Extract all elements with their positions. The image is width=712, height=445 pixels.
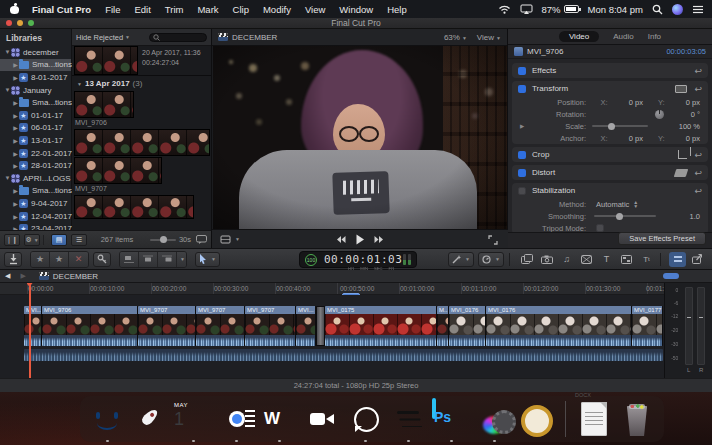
timeline-clip[interactable]: MVI_0176: [486, 306, 632, 346]
search-input[interactable]: [149, 33, 207, 42]
tab-video[interactable]: Video: [559, 31, 599, 42]
disclosure-triangle-icon[interactable]: ▶: [12, 150, 19, 157]
play-button[interactable]: [356, 234, 365, 245]
timeline-index-button[interactable]: [669, 252, 686, 267]
next-frame-button[interactable]: [374, 235, 385, 244]
timeline-forward-button[interactable]: ▶: [15, 272, 30, 280]
disclosure-triangle-icon[interactable]: ▶: [12, 200, 19, 207]
disclosure-triangle-icon[interactable]: ▼: [4, 87, 11, 93]
viewer-video-canvas[interactable]: [213, 46, 507, 229]
disclosure-triangle-icon[interactable]: ▶: [12, 162, 19, 169]
fullscreen-icon[interactable]: [488, 235, 498, 245]
themes-browser-button[interactable]: Tt: [638, 252, 655, 267]
disclosure-triangle-icon[interactable]: ▼: [77, 81, 82, 87]
position-y-field[interactable]: 0 px: [665, 98, 700, 107]
transform-checkbox[interactable]: [518, 85, 526, 93]
disclosure-triangle-icon[interactable]: ▼: [4, 49, 11, 55]
list-view-button[interactable]: ☰: [71, 234, 87, 246]
retime-menu-button[interactable]: ▼: [478, 252, 504, 267]
reset-icon[interactable]: ↩: [694, 66, 702, 76]
dock-whatsapp-icon[interactable]: [346, 400, 384, 438]
menu-mark[interactable]: Mark: [190, 4, 225, 15]
battery-indicator[interactable]: 87%: [542, 4, 579, 15]
dock-trash-icon[interactable]: [618, 400, 656, 438]
sidebar-item-event[interactable]: ▶★28-01-2017: [0, 159, 71, 172]
crop-onscreen-icon[interactable]: [678, 150, 687, 159]
sidebar-item-library[interactable]: ▼december: [0, 46, 71, 59]
crop-checkbox[interactable]: [518, 151, 526, 159]
save-effects-preset-button[interactable]: Save Effects Preset: [618, 232, 706, 245]
timeline-scroll-indicator[interactable]: [663, 273, 679, 279]
clip-filmstrip[interactable]: [74, 157, 162, 184]
previous-frame-button[interactable]: [336, 235, 347, 244]
apple-menu-icon[interactable]: [10, 4, 19, 14]
siri-icon[interactable]: [672, 4, 683, 15]
menu-file[interactable]: File: [98, 4, 127, 15]
sidebar-item-folder[interactable]: ▶Sma...tions: [0, 96, 71, 109]
dock-word-icon[interactable]: W: [260, 400, 298, 438]
tripod-mode-checkbox[interactable]: [596, 224, 604, 232]
anchor-x-field[interactable]: 0 px: [608, 134, 643, 143]
dock-finder-icon[interactable]: [88, 400, 126, 438]
clip-filmstrip[interactable]: [74, 91, 134, 118]
dashboard[interactable]: 100 00:00:01:03 HRMINSECFR: [299, 251, 417, 268]
menu-app[interactable]: Final Cut Pro: [25, 4, 98, 15]
sidebar-item-event[interactable]: ▶★9-04-2017: [0, 197, 71, 210]
dock-launchpad-icon[interactable]: [131, 400, 169, 438]
clip-filter-gear-button[interactable]: ⚙▼: [24, 234, 40, 246]
timeline-project-tab[interactable]: DECEMBER: [53, 272, 98, 281]
timeline-clip[interactable]: MVI_0175: [325, 306, 437, 346]
clip-filmstrip[interactable]: [74, 129, 210, 156]
import-media-button[interactable]: [4, 252, 22, 267]
reject-button[interactable]: ✕: [69, 252, 88, 267]
sidebar-item-event[interactable]: ▶★01-01-17: [0, 109, 71, 122]
viewer-tools-dropdown[interactable]: ▼: [220, 235, 240, 244]
dock-docx-file-icon[interactable]: DOCX: [575, 400, 613, 438]
disclosure-triangle-icon[interactable]: ▶: [12, 61, 19, 68]
background-tasks-meter[interactable]: 100: [305, 254, 317, 266]
clip-filmstrip[interactable]: [74, 195, 194, 219]
scale-slider[interactable]: [592, 125, 648, 127]
sidebar-toggle-button[interactable]: ❘❙: [4, 234, 20, 246]
anchor-y-field[interactable]: 0 px: [665, 134, 700, 143]
menu-clock[interactable]: Mon 8:04 pm: [588, 4, 643, 15]
reset-icon[interactable]: ↩: [694, 168, 702, 178]
append-edit-button[interactable]: [158, 252, 177, 267]
disclosure-triangle-icon[interactable]: ▼: [4, 175, 11, 181]
transition-clip[interactable]: [316, 306, 325, 346]
insert-edit-button[interactable]: [139, 252, 158, 267]
titles-browser-button[interactable]: T: [598, 252, 615, 267]
notification-center-icon[interactable]: [692, 4, 704, 14]
selected-clip-row[interactable]: 20 Apr 2017, 11:36 00:24:27:04: [72, 46, 211, 76]
timeline-clip[interactable]: MVI_0177: [632, 306, 663, 346]
sidebar-item-folder-selected[interactable]: ▶Sma...tions: [0, 59, 71, 72]
sidebar-item-event[interactable]: ▶★12-04-2017: [0, 210, 71, 223]
menu-window[interactable]: Window: [332, 4, 380, 15]
disclosure-triangle-icon[interactable]: ▶: [520, 123, 528, 129]
dock-calendar-icon[interactable]: MAY1: [174, 400, 212, 438]
audio-browser-button[interactable]: ♫: [558, 252, 575, 267]
reset-icon[interactable]: ↩: [694, 150, 702, 160]
disclosure-triangle-icon[interactable]: ▶: [12, 124, 19, 131]
tab-audio[interactable]: Audio: [613, 32, 633, 41]
playhead[interactable]: [29, 283, 31, 378]
timeline-clip[interactable]: MVI_9706: [42, 306, 138, 346]
filter-dropdown[interactable]: Hide Rejected: [76, 33, 123, 42]
spotlight-search-icon[interactable]: [652, 4, 663, 15]
dock-pocket-watch-icon[interactable]: [518, 400, 556, 438]
distort-checkbox[interactable]: [518, 169, 526, 177]
timeline-ruler[interactable]: 00:00:00 00:00:10:00 00:00:20:00 00:00:3…: [0, 283, 664, 295]
disclosure-triangle-icon[interactable]: ▶: [12, 74, 19, 81]
disclosure-triangle-icon[interactable]: ▶: [12, 137, 19, 144]
feedback-bubble-icon[interactable]: [196, 235, 207, 244]
dock-spotify-icon[interactable]: [389, 400, 427, 438]
menu-edit[interactable]: Edit: [127, 4, 157, 15]
sidebar-item-event[interactable]: ▶★22-01-2017: [0, 147, 71, 160]
transitions-browser-button[interactable]: [578, 252, 595, 267]
keyword-editor-button[interactable]: [93, 252, 111, 267]
menu-modify[interactable]: Modify: [256, 4, 298, 15]
sidebar-item-library[interactable]: ▼January: [0, 84, 71, 97]
dashboard-audio-meters[interactable]: [403, 254, 411, 265]
timeline-clip[interactable]: MVI...: [296, 306, 316, 346]
rotation-field[interactable]: 0 °: [664, 110, 700, 119]
